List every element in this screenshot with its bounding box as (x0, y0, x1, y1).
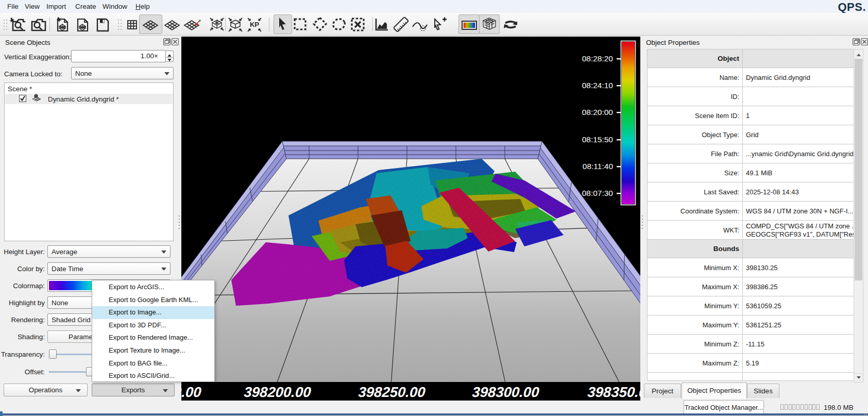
svg-text:08:20:00: 08:20:00 (582, 108, 614, 117)
svg-text:KP: KP (250, 21, 259, 28)
svg-text:08:15:50: 08:15:50 (582, 135, 614, 144)
svg-text:398300.00: 398300.00 (472, 384, 540, 400)
svg-text:08:24:10: 08:24:10 (582, 81, 614, 90)
svg-text:398350.00: 398350.00 (587, 384, 640, 400)
svg-text:398200.00: 398200.00 (244, 384, 312, 400)
svg-text:08:11:40: 08:11:40 (583, 162, 614, 171)
svg-text:398250.00: 398250.00 (358, 384, 427, 400)
svg-text:08:28:20: 08:28:20 (582, 54, 614, 63)
svg-text:08:07:30: 08:07:30 (582, 189, 614, 197)
svg-text:398150.00: 398150.00 (181, 384, 202, 400)
